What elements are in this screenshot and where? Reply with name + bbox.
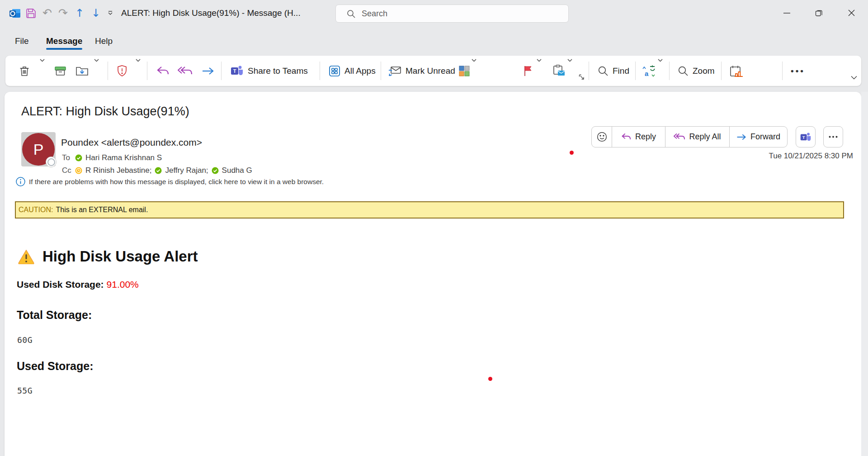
find-icon [598,66,609,76]
share-teams-action-button[interactable]: T [796,126,816,147]
more-commands-button[interactable]: ••• [791,56,805,86]
move-down-icon[interactable]: ↓ [91,8,100,18]
more-actions-button[interactable] [823,126,843,147]
message-reading-pane: ALERT: High Disk Usage(91%) P Poundex <a… [5,92,861,456]
warning-icon [18,249,34,264]
email-subject: ALERT: High Disk Usage(91%) [21,104,189,119]
used-storage-heading: Used Storage: [17,360,93,373]
zoom-button[interactable]: Zoom [678,56,715,86]
message-options-icon [553,65,566,77]
all-apps-button[interactable]: All Apps [329,56,376,86]
restore-button[interactable] [808,0,829,26]
search-box[interactable] [335,5,569,23]
cc-label: Cc [62,166,72,175]
red-dot-marker [570,151,574,155]
cc-recipient[interactable]: Jeffry Rajan; [165,166,208,175]
archive-button[interactable] [54,56,66,86]
active-tab-underline [46,48,82,50]
used-disk-line: Used Disk Storage:91.00% [17,279,139,290]
cc-recipient[interactable]: R Rinish Jebastine; [85,166,151,175]
customize-qat-chevron-icon[interactable] [108,11,113,15]
viva-insights-button[interactable] [730,56,743,86]
cc-recipient[interactable]: Sudha G [222,166,252,175]
ribbon-divider [635,62,636,80]
report-dropdown-chevron-icon[interactable] [136,56,141,86]
flag-icon [524,65,533,76]
search-icon [347,10,355,18]
used-disk-value: 91.00% [107,279,139,290]
options-chevron-icon[interactable] [567,56,572,86]
reactions-button[interactable] [592,127,612,147]
all-apps-icon [329,65,340,77]
save-icon[interactable] [26,8,36,19]
menu-file[interactable]: File [15,36,29,46]
reply-label: Reply [635,132,656,142]
move-folder-icon [75,65,89,77]
follow-up-flag-button[interactable] [524,56,533,86]
to-recipient[interactable]: Hari Rama Krishnan S [85,153,162,162]
mark-unread-icon [389,65,401,77]
categorize-button[interactable] [459,56,470,86]
report-message-button[interactable] [117,56,127,86]
move-up-icon[interactable]: ↑ [75,8,84,18]
sender-name[interactable]: Poundex <alerts@poundex.com> [61,137,202,148]
ellipsis-icon [829,136,838,138]
delete-button[interactable] [19,56,30,86]
forward-action-button[interactable]: Forward [729,127,787,147]
translate-icon: a [642,65,656,77]
mark-unread-button[interactable]: Mark Unread [389,56,455,86]
reply-all-icon [674,133,685,141]
reply-action-button[interactable]: Reply [612,127,665,147]
translate-button[interactable]: a [642,56,656,86]
forward-button[interactable] [202,56,214,86]
used-disk-label: Used Disk Storage: [17,279,104,290]
categorize-chevron-icon[interactable] [472,56,476,86]
display-problems-text: If there are problems with how this mess… [29,178,324,186]
presence-available-icon [212,167,219,174]
translate-chevron-icon[interactable] [658,56,663,86]
share-to-teams-button[interactable]: T Share to Teams [230,56,308,86]
collapse-ribbon-chevron-icon[interactable] [851,73,857,81]
outlook-app-icon [9,8,21,19]
svg-text:T: T [802,134,805,139]
scrollbar-gutter[interactable] [861,92,868,456]
body-heading: High Disk Usage Alert [18,248,198,265]
flag-chevron-icon[interactable] [537,56,542,86]
reply-all-button[interactable] [178,56,192,86]
to-label: To [62,153,72,162]
window-title: ALERT: High Disk Usage(91%) - Message (H… [121,0,301,26]
caution-text: This is an EXTERNAL email. [56,206,148,214]
ribbon-divider [147,62,147,80]
redo-icon: ↷ [58,8,68,18]
presence-unknown-icon [46,157,57,167]
move-to-folder-button[interactable] [75,56,89,86]
zoom-icon [678,66,689,76]
reply-icon [621,133,631,141]
display-problems-banner[interactable]: If there are problems with how this mess… [16,177,324,186]
security-shield-icon [117,65,127,77]
all-apps-label: All Apps [344,66,376,76]
total-storage-heading: Total Storage: [17,309,92,322]
presence-available-icon [155,167,162,174]
close-button[interactable] [841,0,862,26]
delete-dropdown-chevron-icon[interactable] [40,56,45,86]
red-dot-marker [488,377,492,381]
categorize-icon [459,66,470,76]
minimize-button[interactable] [776,0,797,26]
reply-button[interactable] [156,56,169,86]
menu-message[interactable]: Message [46,36,82,46]
ribbon-toolbar: T Share to Teams All Apps Mark Unread Fi… [5,56,861,86]
tags-dialog-launcher-icon[interactable] [579,74,585,82]
find-label: Find [613,66,629,76]
find-button[interactable]: Find [598,56,629,86]
forward-icon [202,66,214,76]
ribbon-divider [669,62,670,80]
reply-all-action-button[interactable]: Reply All [665,127,729,147]
search-input[interactable] [362,9,542,19]
move-dropdown-chevron-icon[interactable] [94,56,99,86]
message-options-button[interactable] [553,56,566,86]
menu-help[interactable]: Help [95,36,113,46]
ribbon-divider [221,62,222,80]
sender-avatar[interactable]: P [21,132,56,166]
ribbon-divider [721,62,722,80]
